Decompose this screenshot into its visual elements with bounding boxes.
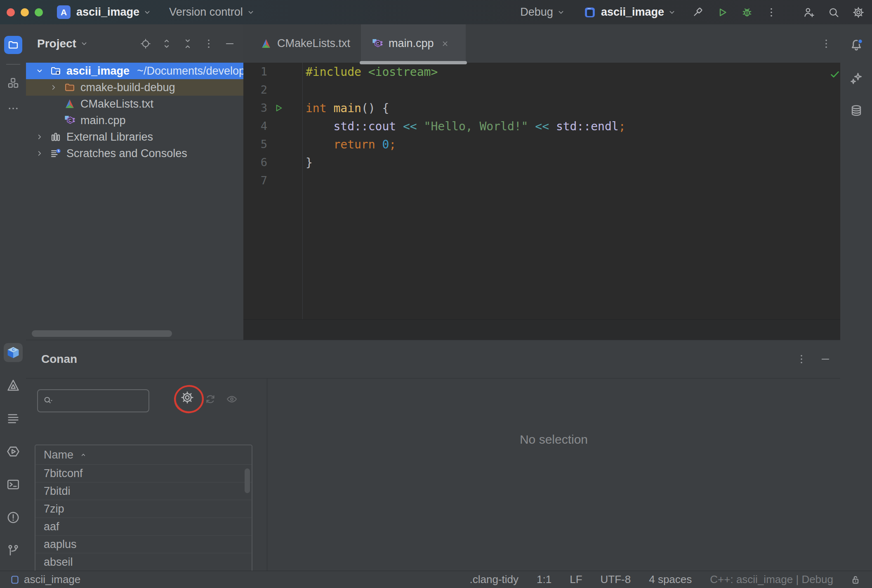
build-icon[interactable] bbox=[691, 6, 704, 19]
chevron-down-icon bbox=[667, 8, 676, 17]
code-line-4[interactable]: 4 std::cout << "Hello, World!" << std::e… bbox=[243, 117, 840, 135]
tool-button-structure[interactable] bbox=[4, 74, 22, 92]
code-line-2[interactable]: 2 bbox=[243, 81, 840, 99]
titlebar-actions: Debug ascii_image bbox=[520, 6, 872, 19]
app-icon: A bbox=[57, 5, 71, 19]
status-widget-6[interactable]: C++: ascii_image | Debug bbox=[710, 573, 833, 586]
tree-item-ascii-image[interactable]: ascii_image~/Documents/develop bbox=[26, 63, 243, 79]
package-row-7zip[interactable]: 7zip bbox=[35, 500, 252, 517]
chevron-right-icon[interactable] bbox=[48, 83, 59, 92]
run-gutter-icon[interactable] bbox=[273, 103, 284, 113]
table-scrollbar[interactable] bbox=[245, 468, 250, 493]
tree-item-external-libraries[interactable]: External Libraries bbox=[26, 129, 243, 145]
panel-options-icon[interactable] bbox=[203, 38, 214, 49]
tool-button-cmake[interactable] bbox=[6, 379, 20, 393]
code-line-3[interactable]: 3int main() { bbox=[243, 99, 840, 117]
inspections-ok-icon[interactable] bbox=[829, 68, 841, 80]
tool-button-project[interactable] bbox=[4, 36, 22, 54]
line-number: 7 bbox=[243, 172, 267, 190]
tab-list-icon[interactable] bbox=[820, 24, 832, 63]
debug-icon[interactable] bbox=[741, 6, 753, 19]
build-type-selector[interactable]: Debug bbox=[520, 6, 566, 19]
right-tool-strip bbox=[840, 24, 872, 571]
tool-button-more[interactable] bbox=[4, 99, 22, 118]
project-widget[interactable]: ascii_image bbox=[76, 6, 152, 19]
code-line-5[interactable]: 5 return 0; bbox=[243, 135, 840, 153]
settings-icon[interactable] bbox=[852, 6, 865, 19]
vcs-label: Version control bbox=[169, 6, 243, 19]
status-project-name: ascii_image bbox=[24, 573, 80, 586]
chevron-down-icon[interactable] bbox=[34, 66, 45, 75]
package-row-7bitconf[interactable]: 7bitconf bbox=[35, 464, 252, 482]
tool-button-conan[interactable]: C bbox=[4, 343, 23, 362]
more-actions-icon[interactable] bbox=[766, 7, 777, 18]
tool-button-todo[interactable] bbox=[6, 412, 20, 426]
tree-item-cmakelists-txt[interactable]: CMakeLists.txt bbox=[26, 96, 243, 112]
status-widget-3[interactable]: LF bbox=[570, 573, 582, 586]
table-header-name[interactable]: Name bbox=[35, 445, 252, 464]
package-name: 7bitconf bbox=[44, 467, 83, 480]
vcs-widget[interactable]: Version control bbox=[169, 6, 255, 19]
conan-tool-window: Conan Name bbox=[26, 340, 840, 572]
tool-button-git[interactable] bbox=[6, 543, 20, 557]
libraries-icon bbox=[50, 131, 61, 143]
add-user-icon[interactable] bbox=[803, 6, 815, 19]
status-project-widget[interactable]: ascii_image bbox=[10, 573, 80, 586]
tool-button-database[interactable] bbox=[849, 103, 863, 118]
tool-button-services[interactable] bbox=[6, 445, 20, 459]
line-number: 4 bbox=[243, 117, 267, 135]
tool-button-notifications[interactable] bbox=[848, 38, 864, 53]
lock-icon[interactable] bbox=[850, 574, 861, 586]
tree-item-main-cpp[interactable]: Cmain.cpp bbox=[26, 112, 243, 129]
conan-package-table: Name 7bitconf7bitdi7zipaafaaplusabseilab… bbox=[35, 445, 252, 588]
collapse-all-icon[interactable] bbox=[182, 38, 193, 49]
code-editor[interactable]: 1#include <iostream>23int main() {4 std:… bbox=[243, 63, 840, 319]
status-widget-4[interactable]: UTF-8 bbox=[601, 573, 631, 586]
project-horizontal-scrollbar[interactable] bbox=[32, 330, 172, 337]
code-line-6[interactable]: 6} bbox=[243, 153, 840, 172]
chevron-right-icon[interactable] bbox=[34, 149, 45, 158]
locate-file-icon[interactable] bbox=[140, 38, 151, 49]
expand-all-icon[interactable] bbox=[161, 38, 172, 49]
package-row-7bitdi[interactable]: 7bitdi bbox=[35, 482, 252, 500]
package-row-aaf[interactable]: aaf bbox=[35, 517, 252, 535]
hide-panel-icon[interactable] bbox=[224, 38, 236, 49]
status-widget-1[interactable]: .clang-tidy bbox=[470, 573, 519, 586]
run-config-selector[interactable]: ascii_image bbox=[584, 6, 676, 19]
package-row-aaplus[interactable]: aaplus bbox=[35, 535, 252, 553]
chevron-down-icon[interactable] bbox=[80, 39, 89, 48]
left-tool-strip: C bbox=[0, 24, 26, 571]
package-name: 7bitdi bbox=[44, 485, 71, 498]
tree-item-cmake-build-debug[interactable]: cmake-build-debug bbox=[26, 79, 243, 96]
maximize-window-button[interactable] bbox=[35, 8, 43, 16]
tab-cmakelists-txt[interactable]: CMakeLists.txt bbox=[250, 24, 361, 63]
conan-search-input[interactable] bbox=[37, 389, 149, 412]
tree-item-scratches-and-consoles[interactable]: Scratches and Consoles bbox=[26, 145, 243, 162]
code-line-1[interactable]: 1#include <iostream> bbox=[243, 63, 840, 81]
close-tab-icon[interactable] bbox=[441, 39, 450, 48]
conan-hide-icon[interactable] bbox=[820, 353, 831, 365]
code-line-7[interactable]: 7 bbox=[243, 172, 840, 190]
cmake-icon bbox=[260, 38, 272, 49]
close-window-button[interactable] bbox=[7, 8, 15, 16]
line-number: 3 bbox=[243, 99, 267, 117]
tab-main-cpp[interactable]: Cmain.cpp bbox=[361, 24, 466, 63]
tool-button-problems[interactable] bbox=[6, 510, 20, 524]
tree-item-label: main.cpp bbox=[80, 114, 126, 127]
svg-text:C: C bbox=[12, 348, 14, 352]
package-row-abseil[interactable]: abseil bbox=[35, 553, 252, 571]
search-everywhere-icon[interactable] bbox=[827, 6, 840, 19]
status-widget-5[interactable]: 4 spaces bbox=[649, 573, 692, 586]
minimize-window-button[interactable] bbox=[21, 8, 29, 16]
package-name: aaplus bbox=[44, 538, 77, 551]
tool-button-ai-assistant[interactable] bbox=[849, 71, 863, 85]
conan-options-icon[interactable] bbox=[796, 353, 807, 365]
inspect-icon[interactable] bbox=[226, 393, 238, 405]
chevron-right-icon[interactable] bbox=[34, 132, 45, 141]
project-tool-window: Project ascii_image~/Documents/developcm… bbox=[26, 24, 243, 340]
status-widget-2[interactable]: 1:1 bbox=[537, 573, 551, 586]
conan-settings-icon[interactable] bbox=[180, 390, 194, 405]
run-icon[interactable] bbox=[716, 6, 728, 19]
refresh-icon[interactable] bbox=[204, 393, 217, 405]
tool-button-terminal[interactable] bbox=[6, 477, 20, 492]
